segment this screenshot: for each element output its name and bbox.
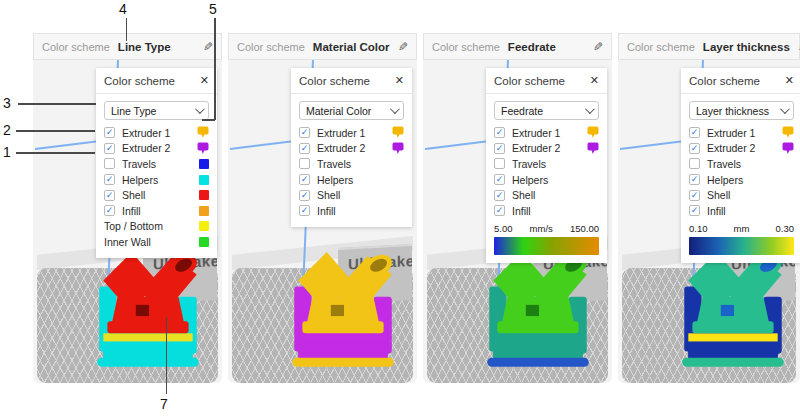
legend-row: Top / Bottom (104, 219, 209, 235)
checkbox-helpers[interactable]: ✓ (689, 174, 700, 185)
color-swatch (199, 221, 209, 231)
legend-row: Travels (299, 156, 404, 172)
chevron-down-icon (780, 104, 790, 114)
checkbox-extruder-2[interactable]: ✓ (104, 143, 115, 154)
checkbox-extruder-1[interactable]: ✓ (299, 127, 310, 138)
header-label: Color scheme (42, 41, 110, 53)
close-icon[interactable]: ✕ (395, 74, 404, 87)
dropdown-value: Feedrate (501, 105, 543, 117)
legend-label: Extruder 1 (317, 127, 365, 139)
checkbox-extruder-2[interactable]: ✓ (689, 143, 700, 154)
viewport-scene: Ultimaker Color scheme ✕ Mat (228, 60, 417, 383)
checkbox-shell[interactable]: ✓ (494, 190, 505, 201)
legend-rows: ✓Extruder 1✓Extruder 2Travels✓Helpers✓Sh… (494, 125, 599, 219)
checkbox-helpers[interactable]: ✓ (104, 174, 115, 185)
legend-label: Extruder 2 (317, 142, 365, 154)
panel-title: Color scheme (689, 75, 760, 87)
leader-line (16, 152, 95, 154)
model-preview (284, 246, 402, 378)
leader-line (16, 130, 95, 132)
legend-row: ✓Infill (299, 203, 404, 219)
legend-row: ✓Shell (494, 187, 599, 203)
panel-title: Color scheme (299, 75, 370, 87)
leader-line (166, 317, 168, 394)
close-icon[interactable]: ✕ (590, 74, 599, 87)
color-scheme-dropdown[interactable]: Feedrate (494, 101, 599, 120)
checkbox-helpers[interactable]: ✓ (494, 174, 505, 185)
leader-line (214, 18, 216, 120)
legend-label: Extruder 2 (122, 142, 170, 154)
checkbox-travels[interactable] (104, 158, 115, 169)
scale-min: 5.00 (494, 223, 513, 234)
legend-label: Helpers (122, 174, 158, 186)
color-scheme-dropdown[interactable]: Material Color (299, 101, 404, 120)
checkbox-shell[interactable]: ✓ (299, 190, 310, 201)
legend-label: Helpers (707, 174, 743, 186)
checkbox-extruder-1[interactable]: ✓ (494, 127, 505, 138)
color-scheme-dropdown[interactable]: Line Type (104, 101, 209, 120)
checkbox-infill[interactable]: ✓ (494, 205, 505, 216)
viewport-feedrate: Color scheme Feedrate ✎ Ultimaker Color … (423, 33, 612, 383)
legend-row: ✓Infill (494, 203, 599, 219)
checkbox-infill[interactable]: ✓ (104, 205, 115, 216)
color-swatch (199, 159, 209, 169)
annotation-2: 2 (3, 122, 11, 138)
close-icon[interactable]: ✕ (785, 74, 794, 87)
checkbox-travels[interactable] (494, 158, 505, 169)
checkbox-helpers[interactable]: ✓ (299, 174, 310, 185)
legend-label: Inner Wall (104, 236, 151, 248)
checkbox-extruder-2[interactable]: ✓ (299, 143, 310, 154)
legend-row: ✓Extruder 1 (494, 125, 599, 141)
legend-row: ✓Extruder 2 (104, 141, 209, 157)
legend-row: ✓Extruder 2 (689, 141, 794, 157)
checkbox-extruder-2[interactable]: ✓ (494, 143, 505, 154)
color-scheme-dropdown[interactable]: Layer thickness (689, 101, 794, 120)
legend-label: Infill (512, 205, 531, 217)
color-swatch (199, 190, 209, 200)
header-value: Layer thickness (703, 41, 790, 53)
legend-row: ✓Extruder 2 (494, 141, 599, 157)
color-scheme-panel: Color scheme ✕ Feedrate ✓Extruder 1✓Extr… (486, 68, 607, 263)
model-preview (479, 246, 597, 378)
model-preview (89, 246, 207, 378)
legend-row: ✓Extruder 2 (299, 141, 404, 157)
panel-body: Line Type ✓Extruder 1✓Extruder 2Travels✓… (96, 94, 217, 258)
scale-max: 150.00 (570, 223, 599, 234)
material-swatch (392, 126, 404, 139)
legend-row: ✓Infill (104, 203, 209, 219)
close-icon[interactable]: ✕ (200, 74, 209, 87)
leader-line (202, 119, 215, 121)
legend-label: Extruder 1 (707, 127, 755, 139)
legend-row: ✓Shell (104, 187, 209, 203)
checkbox-extruder-1[interactable]: ✓ (689, 127, 700, 138)
checkbox-travels[interactable] (689, 158, 700, 169)
checkbox-shell[interactable]: ✓ (104, 190, 115, 201)
viewport-layer-thickness: Color scheme Layer thickness ✎ Ultimaker (618, 33, 800, 383)
checkbox-extruder-1[interactable]: ✓ (104, 127, 115, 138)
chevron-down-icon (585, 104, 595, 114)
panel-title: Color scheme (104, 75, 175, 87)
color-scheme-panel: Color scheme ✕ Layer thickness ✓Extruder… (681, 68, 800, 263)
color-scheme-header: Color scheme Material Color ✎ (228, 33, 417, 60)
panel-body: Layer thickness ✓Extruder 1✓Extruder 2Tr… (681, 94, 800, 263)
checkbox-travels[interactable] (299, 158, 310, 169)
edit-icon[interactable]: ✎ (398, 40, 408, 54)
checkbox-shell[interactable]: ✓ (689, 190, 700, 201)
legend-label: Extruder 2 (512, 142, 560, 154)
legend-rows: ✓Extruder 1✓Extruder 2Travels✓Helpers✓Sh… (299, 125, 404, 219)
legend-row: ✓Shell (689, 187, 794, 203)
legend-row: ✓Extruder 1 (104, 125, 209, 141)
edit-icon[interactable]: ✎ (203, 40, 213, 54)
legend-label: Infill (707, 205, 726, 217)
checkbox-infill[interactable]: ✓ (689, 205, 700, 216)
legend-label: Shell (317, 189, 340, 201)
legend-row: Travels (494, 156, 599, 172)
header-value: Line Type (118, 41, 171, 53)
legend-row: ✓Helpers (494, 172, 599, 188)
header-label: Color scheme (237, 41, 305, 53)
edit-icon[interactable]: ✎ (593, 40, 603, 54)
checkbox-infill[interactable]: ✓ (299, 205, 310, 216)
color-scheme-panel: Color scheme ✕ Line Type ✓Extruder 1✓Ext… (96, 68, 217, 258)
chevron-down-icon (195, 104, 205, 114)
legend-label: Travels (512, 158, 546, 170)
